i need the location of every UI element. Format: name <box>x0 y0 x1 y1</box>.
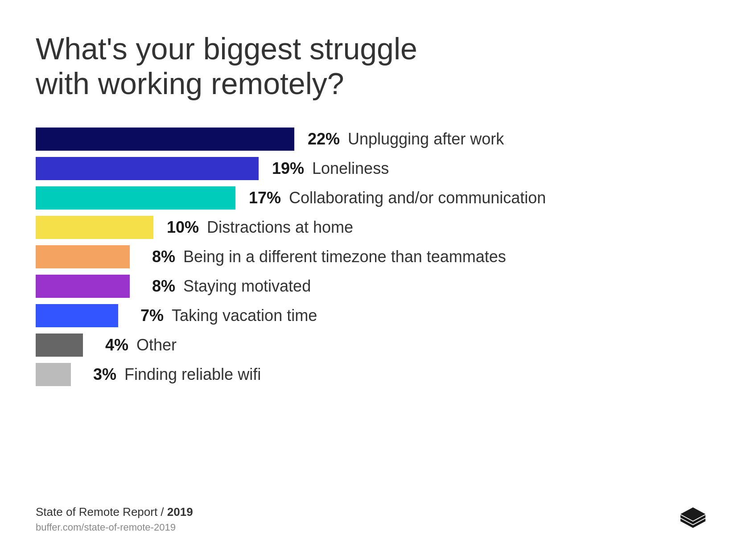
footer-url: buffer.com/state-of-remote-2019 <box>36 522 706 533</box>
buffer-logo <box>680 506 706 533</box>
bar-row: 8%Staying motivated <box>36 275 706 298</box>
bar-4 <box>36 245 130 268</box>
bar-label-0: Unplugging after work <box>348 130 504 148</box>
footer-report: State of Remote Report / 2019 <box>36 505 706 519</box>
bar-label-8: Finding reliable wifi <box>124 365 261 384</box>
bar-5 <box>36 275 130 298</box>
bar-row: 7%Taking vacation time <box>36 304 706 327</box>
bar-8 <box>36 363 71 386</box>
bar-row: 10%Distractions at home <box>36 216 706 239</box>
bar-row: 19%Loneliness <box>36 157 706 180</box>
bar-2 <box>36 186 235 210</box>
bar-row: 17%Collaborating and/or communication <box>36 186 706 210</box>
pct-label-5: 8% <box>140 277 175 296</box>
pct-label-3: 10% <box>163 218 199 237</box>
footer: State of Remote Report / 2019 buffer.com… <box>36 496 706 533</box>
pct-label-7: 4% <box>93 336 128 354</box>
bar-label-7: Other <box>136 336 177 354</box>
page-title: What's your biggest struggle with workin… <box>36 31 437 101</box>
bar-row: 8%Being in a different timezone than tea… <box>36 245 706 268</box>
bar-1 <box>36 157 259 180</box>
bar-row: 4%Other <box>36 334 706 357</box>
bar-label-6: Taking vacation time <box>172 306 317 325</box>
pct-label-6: 7% <box>128 306 164 325</box>
pct-label-4: 8% <box>140 247 175 266</box>
pct-label-1: 19% <box>268 159 304 178</box>
bar-label-3: Distractions at home <box>207 218 353 237</box>
bar-row: 3%Finding reliable wifi <box>36 363 706 386</box>
bar-label-2: Collaborating and/or communication <box>289 189 546 207</box>
bar-3 <box>36 216 153 239</box>
bar-label-4: Being in a different timezone than teamm… <box>183 247 506 266</box>
pct-label-0: 22% <box>304 130 340 148</box>
bar-7 <box>36 334 83 357</box>
chart-area: 22%Unplugging after work19%Loneliness17%… <box>36 128 706 478</box>
bar-label-1: Loneliness <box>312 159 389 178</box>
bar-6 <box>36 304 118 327</box>
bar-label-5: Staying motivated <box>183 277 311 296</box>
pct-label-8: 3% <box>81 365 116 384</box>
page-container: What's your biggest struggle with workin… <box>0 0 742 560</box>
bar-row: 22%Unplugging after work <box>36 128 706 151</box>
pct-label-2: 17% <box>245 189 281 207</box>
bar-0 <box>36 128 294 151</box>
